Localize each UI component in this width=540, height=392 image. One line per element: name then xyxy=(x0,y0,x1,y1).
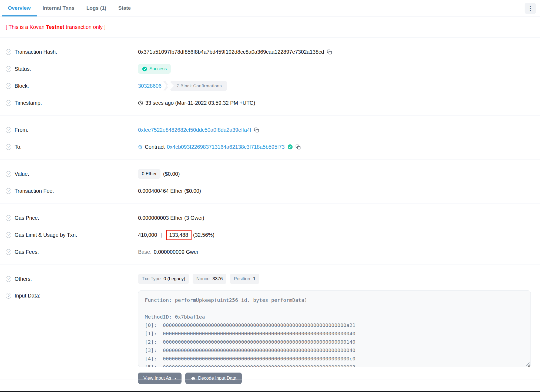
label-text: Value: xyxy=(15,171,29,177)
help-icon[interactable]: ? xyxy=(6,100,11,106)
row-block: ? Block: 30328606 7 Block Confirmations xyxy=(6,80,531,91)
transaction-fee-label: ? Transaction Fee: xyxy=(6,188,138,194)
label-text: Status: xyxy=(15,66,31,72)
value-section: ? Value: 0 Ether ($0.00) ? Transaction F… xyxy=(0,160,540,196)
row-input-data: ? Input Data: Function: performUpkeep(ui… xyxy=(6,290,531,367)
clock-icon xyxy=(138,100,143,106)
row-value: ? Value: 0 Ether ($0.00) xyxy=(6,168,531,179)
gas-used-percent: (32.56%) xyxy=(193,232,214,238)
kebab-icon: ⋮ xyxy=(527,5,534,12)
gas-used-highlight-box: 133,488 xyxy=(166,230,192,240)
label-text: Block: xyxy=(15,83,29,89)
decode-input-data-button[interactable]: Decode Input Data xyxy=(185,373,242,384)
block-number-link[interactable]: 30328606 xyxy=(138,83,162,89)
label-text: Input Data: xyxy=(15,293,40,299)
position-badge: Position: 1 xyxy=(230,274,259,284)
help-icon[interactable]: ? xyxy=(6,66,11,72)
copy-icon xyxy=(254,127,259,133)
value-label: ? Value: xyxy=(6,171,138,177)
view-input-as-label: View Input As xyxy=(143,376,171,381)
gas-section: ? Gas Price: 0.000000003 Ether (3 Gwei) … xyxy=(0,204,540,257)
transaction-hash-label: ? Transaction Hash: xyxy=(6,49,138,55)
help-icon[interactable]: ? xyxy=(6,215,11,221)
timestamp-value: 33 secs ago (Mar-11-2022 03:59:32 PM +UT… xyxy=(145,100,255,106)
help-icon[interactable]: ? xyxy=(6,188,11,194)
notice-bold: Testnet xyxy=(46,24,64,30)
tab-bar: Overview Internal Txns Logs (1) State ⋮ xyxy=(0,0,540,16)
gas-price-label: ? Gas Price: xyxy=(6,215,138,221)
view-input-as-button[interactable]: View Input As ▾ xyxy=(138,373,182,384)
more-options-button[interactable]: ⋮ xyxy=(525,3,536,14)
help-icon[interactable]: ? xyxy=(6,171,11,177)
base-fee-value: 0.000000009 Gwei xyxy=(154,249,198,255)
zoom-in-icon[interactable] xyxy=(138,145,143,149)
copy-icon xyxy=(296,144,301,150)
copy-icon xyxy=(327,49,332,55)
from-address-link[interactable]: 0xfee7522e8482682cf50ddc50a0f8da2a39effa… xyxy=(138,127,251,133)
to-address-link[interactable]: 0x4cb093f226983713164a62138c3f718a5b595f… xyxy=(167,144,285,150)
row-others: ? Others: Txn Type: 0 (Legacy) Nonce: 33… xyxy=(6,273,531,284)
help-icon[interactable]: ? xyxy=(6,293,11,299)
input-data-textarea[interactable]: Function: performUpkeep(uint256 id, byte… xyxy=(138,290,531,367)
row-timestamp: ? Timestamp: 33 secs ago (Mar-11-2022 03… xyxy=(6,97,531,108)
help-icon[interactable]: ? xyxy=(6,276,11,282)
addresses-section: ? From: 0xfee7522e8482682cf50ddc50a0f8da… xyxy=(0,116,540,152)
tab-overview[interactable]: Overview xyxy=(2,0,37,16)
label-text: Gas Price: xyxy=(15,215,39,221)
window-bottom-edge xyxy=(0,391,540,392)
others-section: ? Others: Txn Type: 0 (Legacy) Nonce: 33… xyxy=(0,265,540,384)
label-text: Others: xyxy=(15,276,32,282)
txn-type-value: 0 (Legacy) xyxy=(163,276,185,282)
separator: | xyxy=(161,232,162,238)
nonce-badge: Nonce: 3376 xyxy=(193,274,227,284)
base-fee-label: Base: xyxy=(138,249,152,255)
transaction-fee-value: 0.000400464 Ether ($0.00) xyxy=(138,188,201,194)
input-data-label: ? Input Data: xyxy=(6,293,138,299)
block-label: ? Block: xyxy=(6,83,138,89)
decode-label: Decode Input Data xyxy=(198,376,236,381)
gas-limit-label: ? Gas Limit & Usage by Txn: xyxy=(6,232,138,238)
usd-value: ($0.00) xyxy=(163,171,180,177)
status-label: ? Status: xyxy=(6,66,138,72)
gas-fees-label: ? Gas Fees: xyxy=(6,249,138,255)
row-gas-price: ? Gas Price: 0.000000003 Ether (3 Gwei) xyxy=(6,212,531,223)
help-icon[interactable]: ? xyxy=(6,127,11,133)
from-label: ? From: xyxy=(6,127,138,133)
footer-divider xyxy=(0,380,540,380)
check-circle-icon xyxy=(142,66,147,72)
copy-hash-button[interactable] xyxy=(327,49,332,55)
notice-prefix: [ This is a Kovan xyxy=(6,24,46,30)
help-icon[interactable]: ? xyxy=(6,83,11,89)
transaction-hash-value: 0x371a51097fb78df856f8b4a7bd459f192d8cc8… xyxy=(138,49,324,55)
help-icon[interactable]: ? xyxy=(6,232,11,238)
row-gas-limit-usage: ? Gas Limit & Usage by Txn: 410,000 | 13… xyxy=(6,229,531,240)
timestamp-label: ? Timestamp: xyxy=(6,100,138,106)
row-gas-fees: ? Gas Fees: Base: 0.000000009 Gwei xyxy=(6,246,531,257)
label-text: Gas Fees: xyxy=(15,249,39,255)
help-icon[interactable]: ? xyxy=(6,49,11,55)
row-from: ? From: 0xfee7522e8482682cf50ddc50a0f8da… xyxy=(6,124,531,135)
ether-value-badge: 0 Ether xyxy=(138,169,160,179)
position-value: 1 xyxy=(253,276,256,282)
row-to: ? To: Contract 0x4cb093f226983713164a621… xyxy=(6,141,531,152)
gas-used-value: 133,488 xyxy=(169,232,188,238)
tab-internal-txns[interactable]: Internal Txns xyxy=(37,0,81,16)
label-text: Transaction Hash: xyxy=(15,49,57,55)
help-icon[interactable]: ? xyxy=(6,249,11,255)
contract-prefix: Contract xyxy=(145,144,165,150)
copy-to-address-button[interactable] xyxy=(296,144,301,150)
tab-logs[interactable]: Logs (1) xyxy=(81,0,112,16)
status-badge: Success xyxy=(138,64,171,74)
nonce-value: 3376 xyxy=(213,276,223,282)
copy-from-address-button[interactable] xyxy=(254,127,259,133)
to-label: ? To: xyxy=(6,144,138,150)
input-data-container: Function: performUpkeep(uint256 id, byte… xyxy=(138,290,531,367)
label-text: Transaction Fee: xyxy=(15,188,54,194)
gas-limit-value: 410,000 xyxy=(138,232,157,238)
label-text: Timestamp: xyxy=(15,100,42,106)
tab-state[interactable]: State xyxy=(112,0,137,16)
row-status: ? Status: Success xyxy=(6,63,531,74)
help-icon[interactable]: ? xyxy=(6,144,11,150)
label-text: Gas Limit & Usage by Txn: xyxy=(15,232,77,238)
position-key: Position: xyxy=(234,276,251,282)
